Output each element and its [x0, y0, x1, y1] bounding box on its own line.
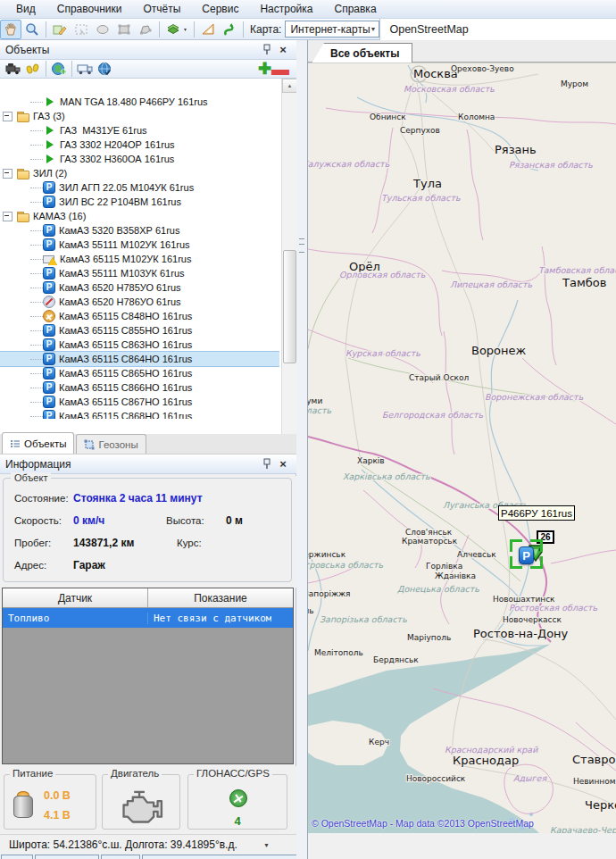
panel-splitter[interactable]	[296, 40, 308, 859]
vehicle-tooltip: Р466РУ 161rus	[498, 505, 575, 521]
tree-item[interactable]: ГАЗ М431УЕ 61rus	[0, 123, 279, 138]
folder-icon	[16, 110, 29, 122]
tree-group[interactable]: ЗИЛ (2)	[0, 166, 279, 180]
tree-connector	[30, 345, 43, 346]
tree-item[interactable]: КамАЗ 65115 С864НО 161rus	[0, 352, 279, 366]
engine-label: Двигатель	[108, 768, 162, 779]
select-tool-button[interactable]	[71, 20, 92, 39]
online-map-button[interactable]	[95, 61, 114, 77]
route-button[interactable]	[219, 20, 240, 39]
zoom-tool-button[interactable]	[21, 20, 43, 39]
tree-item[interactable]: КамАЗ 65115 С848НО 161rus	[0, 309, 279, 323]
map-region-label: Липецкая область	[450, 279, 532, 289]
pan-tool-button[interactable]	[0, 20, 21, 39]
tree-connector	[30, 188, 43, 188]
polygon-tool-button[interactable]	[135, 20, 156, 39]
show-all-on-map-button[interactable]	[49, 61, 69, 77]
tree-group[interactable]: КАМАЗ (16)	[0, 209, 279, 223]
expand-collapse-icon[interactable]	[3, 169, 12, 179]
scroll-up-arrow[interactable]: ▲	[282, 79, 296, 93]
tree-group[interactable]: ГАЗ (3)	[0, 109, 279, 123]
expand-collapse-icon[interactable]	[3, 112, 12, 121]
menu-item-5[interactable]: Справка	[323, 1, 387, 17]
tree-item-label: КамАЗ 55111 М102УК 161rus	[59, 239, 190, 250]
add-object-button[interactable]: ✚	[258, 63, 271, 75]
menu-item-3[interactable]: Сервис	[191, 1, 249, 17]
sensors-column-header[interactable]: Показание	[148, 588, 293, 607]
tree-item[interactable]: КамАЗ 6520 Н786УО 61rus	[0, 295, 279, 309]
close-icon[interactable]: ×	[275, 457, 291, 471]
tree-item-label: ЗИЛ ВС 22 Р104ВМ 161rus	[59, 196, 181, 207]
vehicle-monitor-button[interactable]	[75, 61, 95, 77]
menu-bar: ВидСправочникиОтчётыСервисНастройкаСправ…	[0, 0, 616, 19]
no-satellites-icon	[43, 310, 55, 322]
truck-monitor-icon	[77, 63, 93, 75]
parked-status-icon	[43, 267, 55, 279]
pin-icon[interactable]	[259, 457, 275, 471]
indicators-panel: Питание 0.0 В 4.1 В Двигатель ГЛОНАСС/GP…	[0, 766, 296, 834]
tree-item[interactable]: КамАЗ 65115 С867НО 161rus	[0, 395, 279, 409]
parked-status-icon	[43, 338, 55, 351]
tree-item[interactable]: MAN TGA 18.480 Р466РУ 161rus	[0, 95, 279, 109]
tab-geozones[interactable]: Геозоны	[76, 434, 146, 454]
object-group-label: Объект	[11, 472, 51, 483]
chevron-down-icon[interactable]: ▼	[263, 842, 270, 848]
sensors-header-row: ДатчикПоказание	[3, 588, 293, 608]
map-canvas[interactable]: МоскваОрехово-ЗуевоМуромМосковская облас…	[308, 63, 616, 834]
tree-item-label: КамАЗ 6520 Н785УО 61rus	[59, 282, 181, 293]
map-region-label: Запорізька область	[320, 614, 407, 624]
tree-item[interactable]: ГАЗ 3302 Н204ОР 161rus	[0, 138, 279, 152]
ellipse-tool-button[interactable]	[92, 20, 113, 39]
map-view[interactable]: МоскваОрехово-ЗуевоМуромМосковская облас…	[308, 63, 616, 834]
tree-item[interactable]: КамАЗ 65115 С865НО 161rus	[0, 366, 279, 380]
tree-item[interactable]: КамАЗ 6520 Н785УО 61rus	[0, 280, 279, 295]
tree-item[interactable]: КамАЗ 65115 С855НО 161rus	[0, 323, 279, 338]
layers-button[interactable]	[162, 20, 191, 39]
track-button[interactable]	[23, 61, 43, 77]
menu-item-4[interactable]: Настройка	[249, 1, 323, 17]
tab-objects-label: Объекты	[24, 438, 66, 449]
expand-collapse-icon[interactable]	[3, 212, 12, 221]
tree-item[interactable]: КамАЗ 65115 С868НО 161rus	[0, 409, 279, 419]
no-connection-icon	[43, 296, 55, 308]
remove-object-button[interactable]: ▬	[271, 63, 289, 74]
tree-connector	[30, 402, 43, 403]
tree-item[interactable]: КамАЗ 65115 М102УК 161rus	[0, 252, 279, 266]
edit-map-button[interactable]	[49, 20, 71, 39]
map-city-label: Воронеж	[471, 344, 527, 357]
map-region-label: Орловская область	[339, 270, 426, 279]
tree-item[interactable]: ЗИЛ АГП 22.05 М104УК 61rus	[0, 180, 279, 195]
tree-item-label: MAN TGA 18.480 Р466РУ 161rus	[60, 96, 208, 107]
close-icon[interactable]: ×	[275, 43, 291, 57]
sensor-row[interactable]: ТопливоНет связи с датчиком	[3, 608, 293, 628]
tree-item[interactable]: ЗИЛ ВС 22 Р104ВМ 161rus	[0, 195, 279, 209]
tree-item[interactable]: КамАЗ 55111 М102УК 161rus	[0, 238, 279, 252]
map-city-label: Слов'янськ	[405, 528, 453, 537]
map-attribution: © OpenStreetMap - Map data ©2013 OpenStr…	[312, 818, 534, 829]
sensors-column-header[interactable]: Датчик	[3, 588, 148, 607]
map-bottom-filler	[308, 833, 616, 859]
tree-item[interactable]: КамАЗ 5320 В358ХР 61rus	[0, 223, 279, 238]
ruler-button[interactable]	[197, 20, 219, 39]
tree-item-label: ГАЗ М431УЕ 61rus	[60, 125, 147, 136]
map-region-label: бласть	[308, 405, 332, 415]
tree-item[interactable]: КамАЗ 65115 С866НО 161rus	[0, 380, 279, 395]
menu-item-1[interactable]: Справочники	[46, 1, 133, 17]
tree-vertical-scrollbar[interactable]: ▲ ▼	[281, 79, 296, 459]
tree-item-label: КамАЗ 65115 С863НО 161rus	[59, 339, 192, 350]
find-vehicle-button[interactable]	[4, 61, 23, 77]
tree-item[interactable]: КамАЗ 55111 М103УК 61rus	[0, 266, 279, 280]
pin-icon[interactable]	[259, 43, 275, 57]
menu-item-0[interactable]: Вид	[5, 1, 46, 17]
menu-item-2[interactable]: Отчёты	[132, 1, 191, 17]
parked-vehicle-marker[interactable]: P	[519, 546, 534, 564]
tab-objects[interactable]: Объекты	[2, 432, 74, 454]
rect-tool-button[interactable]	[113, 20, 135, 39]
tree-item[interactable]: ГАЗ 3302 Н360ОА 161rus	[0, 152, 279, 166]
course-label: Курс:	[177, 538, 202, 548]
map-type-combobox[interactable]: Интернет-карты ▼	[285, 21, 379, 38]
map-tab-all-objects[interactable]: Все объекты	[312, 43, 412, 63]
vertical-scroll-thumb[interactable]	[283, 250, 296, 363]
select-rect-icon	[74, 22, 88, 37]
tree-item[interactable]: КамАЗ 65115 С863НО 161rus	[0, 338, 279, 352]
